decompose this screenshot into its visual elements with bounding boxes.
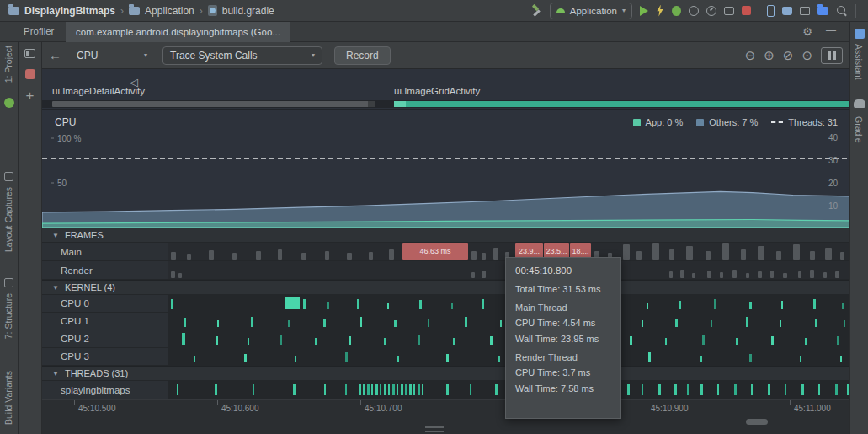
thread-activity-bar[interactable] bbox=[470, 384, 471, 395]
frame-bar[interactable] bbox=[493, 248, 498, 260]
trace-mode-dropdown[interactable]: Trace System Calls ▾ bbox=[162, 46, 322, 65]
horizontal-scrollbar[interactable] bbox=[746, 419, 768, 425]
thread-activity-bar[interactable] bbox=[687, 384, 689, 395]
tool-window-title[interactable]: Profiler bbox=[24, 26, 54, 36]
zoom-to-selection-button[interactable]: ⊙ bbox=[801, 49, 812, 62]
kernel-activity-bar[interactable] bbox=[815, 319, 817, 327]
record-button[interactable]: Record bbox=[334, 46, 391, 65]
kernel-activity-bar[interactable] bbox=[711, 320, 712, 327]
frame-bar[interactable] bbox=[706, 251, 711, 260]
frame-bar[interactable] bbox=[482, 271, 486, 278]
frame-bar[interactable] bbox=[256, 251, 261, 260]
apply-code-changes-icon[interactable] bbox=[689, 6, 699, 16]
frame-bar[interactable] bbox=[835, 271, 839, 278]
kernel-activity-bar[interactable] bbox=[397, 356, 399, 362]
session-tab[interactable]: com.example.android.displayingbitmaps (G… bbox=[66, 22, 290, 42]
frame-bar[interactable] bbox=[301, 253, 306, 260]
tool-button-structure[interactable]: 7: Structure bbox=[3, 293, 13, 339]
thread-activity-bar[interactable] bbox=[835, 384, 838, 395]
frame-bar[interactable] bbox=[783, 273, 787, 278]
kernel-activity-bar[interactable] bbox=[288, 320, 290, 327]
gear-icon[interactable]: ⚙ bbox=[802, 25, 812, 38]
frame-bar[interactable] bbox=[278, 249, 282, 260]
thread-activity-bar[interactable] bbox=[418, 384, 420, 395]
thread-activity-bar[interactable] bbox=[345, 384, 347, 395]
thread-activity-bar[interactable] bbox=[801, 384, 804, 395]
breadcrumb-file[interactable]: build.gradle bbox=[222, 5, 274, 17]
kernel-section-header[interactable]: ▼ KERNEL (4) bbox=[42, 280, 849, 295]
kernel-activity-bar[interactable] bbox=[842, 303, 844, 309]
frame-bar[interactable] bbox=[692, 273, 695, 278]
kernel-activity-bar[interactable] bbox=[500, 320, 502, 327]
thread-activity-bar[interactable] bbox=[324, 384, 326, 395]
thread-activity-bar[interactable] bbox=[768, 384, 770, 395]
thread-activity-bar[interactable] bbox=[388, 384, 390, 395]
frame-bar[interactable] bbox=[171, 252, 176, 260]
frame-bar[interactable] bbox=[187, 254, 191, 260]
frame-bar[interactable] bbox=[347, 253, 352, 260]
thread-activity-bar[interactable] bbox=[751, 384, 753, 395]
kernel-activity-bar[interactable] bbox=[844, 320, 845, 327]
run-config-dropdown[interactable]: Application ▾ bbox=[550, 3, 632, 19]
device-explorer-icon[interactable] bbox=[800, 7, 810, 15]
thread-activity-bar[interactable] bbox=[405, 384, 407, 395]
frame-bar[interactable] bbox=[823, 272, 827, 278]
stop-button[interactable] bbox=[742, 6, 751, 15]
breadcrumb-module[interactable]: Application bbox=[145, 5, 194, 17]
attach-debugger-icon[interactable] bbox=[724, 7, 734, 15]
kernel-activity-bar[interactable] bbox=[648, 352, 651, 362]
kernel-activity-bar[interactable] bbox=[805, 338, 807, 345]
frame-bar[interactable] bbox=[471, 272, 475, 278]
kernel-activity-bar[interactable] bbox=[360, 317, 362, 327]
kernel-activity-bar[interactable] bbox=[394, 320, 397, 327]
thread-activity-bar[interactable] bbox=[397, 384, 398, 395]
thread-activity-bar[interactable] bbox=[422, 384, 423, 395]
structure-icon[interactable] bbox=[4, 278, 13, 287]
thread-activity-bar[interactable] bbox=[446, 384, 449, 395]
frame-bar[interactable] bbox=[178, 273, 182, 278]
reset-zoom-button[interactable]: ⊘ bbox=[783, 49, 794, 62]
frame-bar[interactable] bbox=[669, 249, 674, 260]
debug-button[interactable] bbox=[672, 6, 681, 16]
assistant-icon[interactable] bbox=[855, 29, 865, 39]
breadcrumb-project[interactable]: DisplayingBitmaps bbox=[24, 5, 115, 17]
frame-bar[interactable] bbox=[232, 253, 237, 260]
thread-activity-bar[interactable] bbox=[700, 384, 703, 395]
frame-bar[interactable] bbox=[776, 251, 781, 260]
frame-bar[interactable] bbox=[810, 270, 814, 278]
frame-bar[interactable] bbox=[720, 272, 723, 278]
profile-button[interactable] bbox=[706, 6, 716, 16]
kernel-activity-bar[interactable] bbox=[482, 299, 484, 309]
kernel-activity-bar[interactable] bbox=[702, 335, 705, 345]
kernel-activity-bar[interactable] bbox=[182, 333, 185, 345]
kernel-activity-bar[interactable] bbox=[490, 336, 493, 345]
thread-activity-bar[interactable] bbox=[380, 384, 381, 395]
frame-bar[interactable] bbox=[686, 246, 693, 260]
thread-activity-bar[interactable] bbox=[371, 384, 373, 395]
thread-activity-bar[interactable] bbox=[384, 384, 386, 395]
kernel-activity-bar[interactable] bbox=[345, 352, 348, 362]
kernel-activity-bar[interactable] bbox=[736, 338, 738, 345]
apply-changes-icon[interactable] bbox=[656, 5, 664, 17]
kernel-activity-bar[interactable] bbox=[419, 300, 422, 309]
thread-activity-bar[interactable] bbox=[847, 384, 849, 395]
kernel-activity-bar[interactable] bbox=[244, 354, 247, 362]
frame-bar[interactable] bbox=[482, 253, 486, 260]
activity-bar-detail[interactable] bbox=[52, 101, 375, 107]
thread-activity-bar[interactable] bbox=[642, 384, 643, 395]
kernel-activity-bar[interactable] bbox=[630, 336, 632, 345]
kernel-activity-bar[interactable] bbox=[280, 335, 282, 345]
cpu-usage-chart[interactable]: CPU App: 0 % Others: 7 % Threads: 31 100… bbox=[42, 110, 849, 228]
kernel-activity-bar[interactable] bbox=[295, 356, 296, 362]
kernel-activity-bar[interactable] bbox=[446, 354, 449, 362]
thread-activity-bar[interactable] bbox=[392, 384, 395, 395]
frame-bar[interactable] bbox=[652, 243, 659, 260]
kernel-activity-bar[interactable] bbox=[428, 319, 429, 327]
kernel-activity-bar[interactable] bbox=[840, 356, 842, 362]
run-button[interactable] bbox=[640, 6, 648, 16]
kernel-activity-bar[interactable] bbox=[781, 301, 783, 309]
frame-bar[interactable] bbox=[810, 251, 815, 260]
frame-bar[interactable] bbox=[389, 249, 394, 260]
resource-manager-icon[interactable] bbox=[817, 7, 828, 15]
kernel-activity-bar[interactable] bbox=[700, 356, 702, 362]
